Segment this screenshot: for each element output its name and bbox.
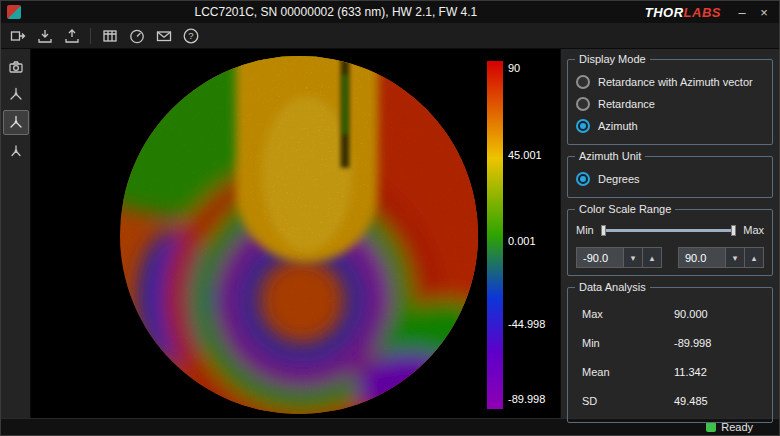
min-label: Min	[576, 224, 594, 236]
window-title: LCC7201C, SN 00000002 (633 nm), HW 2.1, …	[27, 5, 645, 19]
radio-degrees[interactable]: Degrees	[576, 168, 764, 190]
spin-up-icon[interactable]: ▴	[642, 248, 661, 267]
title-bar: LCC7201C, SN 00000002 (633 nm), HW 2.1, …	[1, 1, 779, 23]
envelope-icon[interactable]	[152, 25, 175, 47]
radio-icon[interactable]	[576, 75, 590, 89]
thorlabs-logo: THORLABS	[645, 5, 721, 20]
radio-icon-selected[interactable]	[576, 119, 590, 133]
radio-retardance[interactable]: Retardance	[576, 93, 764, 115]
analysis-row-sd: SD 49.485	[576, 386, 764, 415]
group-title: Azimuth Unit	[575, 150, 645, 162]
toolbar: ?	[1, 23, 779, 49]
range-slider-max-handle[interactable]	[731, 225, 736, 236]
colorbar-label: 0.001	[508, 235, 536, 247]
close-button[interactable]: ×	[753, 3, 775, 21]
colorbar-label: 45.001	[508, 149, 542, 161]
settings-panel: Display Mode Retardance with Azimuth vec…	[560, 49, 779, 418]
colorbar-label: -89.998	[508, 393, 545, 405]
analysis-row-max: Max 90.000	[576, 299, 764, 328]
measure-icon[interactable]	[6, 25, 29, 47]
image-view: 90 45.001 0.001 -44.998 -89.998	[31, 49, 560, 418]
analysis-row-min: Min -89.998	[576, 328, 764, 357]
spin-down-icon[interactable]: ▾	[725, 248, 744, 267]
range-slider-min-handle[interactable]	[601, 225, 606, 236]
analysis-row-mean: Mean 11.342	[576, 357, 764, 386]
export-data-icon[interactable]	[33, 25, 56, 47]
help-icon[interactable]: ?	[179, 25, 202, 47]
app-icon	[7, 5, 21, 19]
range-slider-row: Min Max	[576, 221, 764, 239]
group-title: Display Mode	[575, 53, 650, 65]
content: 90 45.001 0.001 -44.998 -89.998 Display …	[1, 49, 779, 418]
group-title: Data Analysis	[575, 281, 650, 293]
radio-azimuth[interactable]: Azimuth	[576, 115, 764, 137]
colorbar-label: -44.998	[508, 318, 545, 330]
colorbar-label: 90	[508, 62, 520, 74]
max-value[interactable]: 90.0	[679, 248, 725, 267]
colorbar-labels: 90 45.001 0.001 -44.998 -89.998	[508, 61, 560, 409]
spin-down-icon[interactable]: ▾	[623, 248, 642, 267]
radio-retardance-with-azimuth-vector[interactable]: Retardance with Azimuth vector	[576, 71, 764, 93]
radio-icon[interactable]	[576, 97, 590, 111]
spin-up-icon[interactable]: ▴	[744, 248, 763, 267]
azimuth-unit-group: Azimuth Unit Degrees	[567, 156, 773, 198]
azimuth-view-icon[interactable]	[3, 110, 29, 135]
table-view-icon[interactable]	[98, 25, 121, 47]
range-slider-track[interactable]	[602, 229, 735, 232]
app-window: LCC7201C, SN 00000002 (633 nm), HW 2.1, …	[0, 0, 780, 436]
colorbar	[487, 61, 503, 409]
toolbar-separator	[90, 28, 91, 44]
vector-view-icon[interactable]	[3, 138, 29, 163]
azimuth-false-color-image	[119, 55, 479, 415]
display-mode-group: Display Mode Retardance with Azimuth vec…	[567, 59, 773, 145]
group-title: Color Scale Range	[575, 203, 675, 215]
data-analysis-group: Data Analysis Max 90.000 Min -89.998 Mea…	[567, 287, 773, 423]
min-value[interactable]: -90.0	[577, 248, 623, 267]
spinboxes: -90.0 ▾ ▴ 90.0 ▾ ▴	[576, 247, 764, 268]
min-value-spinbox[interactable]: -90.0 ▾ ▴	[576, 247, 662, 268]
radio-icon-selected[interactable]	[576, 172, 590, 186]
import-data-icon[interactable]	[60, 25, 83, 47]
left-sidebar	[1, 49, 31, 418]
max-value-spinbox[interactable]: 90.0 ▾ ▴	[678, 247, 764, 268]
camera-icon[interactable]	[3, 54, 29, 79]
retardance-vector-view-icon[interactable]	[3, 82, 29, 107]
status-indicator	[706, 422, 716, 432]
color-scale-range-group: Color Scale Range Min Max -90.0 ▾ ▴	[567, 209, 773, 276]
gauge-icon[interactable]	[125, 25, 148, 47]
minimize-button[interactable]: –	[731, 3, 753, 21]
max-label: Max	[743, 224, 764, 236]
svg-text:?: ?	[188, 30, 193, 41]
